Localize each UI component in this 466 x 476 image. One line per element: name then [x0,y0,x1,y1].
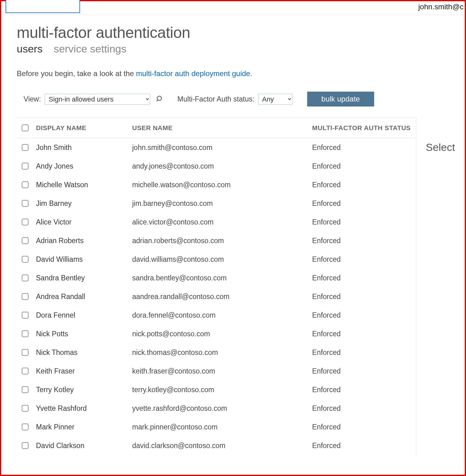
cell-user-name: yvette.rashford@contoso.com [132,404,312,413]
cell-display-name: Yvette Rashford [36,404,132,413]
mfa-status-label: Multi-Factor Auth status: [177,95,254,103]
table-row[interactable]: Adrian Robertsadrian.roberts@contoso.com… [17,231,416,250]
cell-display-name: Nick Potts [36,330,132,338]
cell-user-name: terry.kotley@contoso.com [132,386,312,394]
deployment-guide-link[interactable]: multi-factor auth deployment guide [136,69,250,78]
cell-display-name: David Williams [36,255,132,264]
table-row[interactable]: Nick Pottsnick.potts@contoso.comEnforced [17,324,416,343]
cell-user-name: david.williams@contoso.com [132,255,312,264]
tab-service-settings[interactable]: service settings [54,43,126,55]
row-checkbox[interactable] [22,219,29,225]
table-row[interactable]: Andy Jonesandy.jones@contoso.comEnforced [17,157,416,175]
view-select[interactable]: Sign-in allowed users [45,94,150,105]
cell-user-name: keith.fraser@contoso.com [132,367,312,375]
signed-in-user: john.smith@c [418,2,464,11]
cell-mfa-status: Enforced [312,199,411,208]
col-header-mfa-status[interactable]: MULTI-FACTOR AUTH STATUS [312,124,411,132]
table-row[interactable]: Sandra Bentleysandra.bentley@contoso.com… [17,269,416,287]
cell-mfa-status: Enforced [312,404,411,413]
table-row[interactable]: Andrea Randallaandrea.randall@contoso.co… [17,287,416,306]
cell-user-name: michelle.watson@contoso.com [132,181,312,189]
table-row[interactable]: Michelle Watsonmichelle.watson@contoso.c… [17,175,416,194]
cell-mfa-status: Enforced [312,311,411,320]
row-checkbox[interactable] [22,405,29,412]
bulk-update-button[interactable]: bulk update [307,92,374,107]
cell-mfa-status: Enforced [312,274,411,282]
cell-user-name: nick.potts@contoso.com [132,330,312,338]
select-all-checkbox[interactable] [22,125,29,131]
cell-mfa-status: Enforced [312,237,411,245]
cell-user-name: jim.barney@contoso.com [132,199,312,208]
row-checkbox[interactable] [22,200,29,207]
cell-display-name: Michelle Watson [36,181,132,189]
table-row[interactable]: David Clarksondavid.clarkson@contoso.com… [17,436,416,455]
cell-display-name: Alice Victor [36,218,132,226]
table-row[interactable]: Keith Fraserkeith.fraser@contoso.comEnfo… [17,362,416,380]
row-checkbox[interactable] [22,163,29,170]
cell-mfa-status: Enforced [312,423,411,431]
cell-display-name: David Clarkson [36,442,132,450]
row-checkbox[interactable] [22,293,29,300]
cell-mfa-status: Enforced [312,330,411,338]
cell-display-name: Nick Thomas [36,348,132,357]
cell-mfa-status: Enforced [312,292,411,301]
row-checkbox[interactable] [22,368,29,374]
cell-user-name: adrian.roberts@contoso.com [132,237,312,245]
col-header-display-name[interactable]: DISPLAY NAME [36,124,132,132]
row-checkbox[interactable] [22,181,29,188]
cell-user-name: john.smith@contoso.com [132,143,312,152]
svg-line-1 [156,100,158,101]
table-row[interactable]: Yvette Rashfordyvette.rashford@contoso.c… [17,399,416,418]
row-checkbox[interactable] [22,237,29,244]
row-checkbox[interactable] [22,256,29,263]
cell-display-name: Adrian Roberts [36,237,132,245]
row-checkbox[interactable] [22,274,29,281]
row-checkbox[interactable] [22,442,29,449]
table-row[interactable]: Alice Victoralice.victor@contoso.comEnfo… [17,213,416,231]
cell-display-name: Andrea Randall [36,292,132,301]
mfa-status-select[interactable]: Any [258,94,292,105]
view-label: View: [24,95,41,103]
row-checkbox[interactable] [22,424,29,430]
cell-user-name: sandra.bentley@contoso.com [132,274,312,282]
tab-users[interactable]: users [17,43,43,55]
table-row[interactable]: John Smithjohn.smith@contoso.comEnforced [17,138,416,157]
cell-user-name: mark.pinner@contoso.com [132,423,312,431]
cell-display-name: Dora Fennel [36,311,132,320]
cell-mfa-status: Enforced [312,181,411,189]
page-title: multi-factor authentication [17,24,465,42]
table-row[interactable]: Nick Thomasnick.thomas@contoso.comEnforc… [17,343,416,362]
cell-display-name: Terry Kotley [36,386,132,394]
col-header-user-name[interactable]: USER NAME [132,124,312,132]
cell-user-name: andy.jones@contoso.com [132,162,312,170]
row-checkbox[interactable] [22,330,29,337]
cell-user-name: nick.thomas@contoso.com [132,348,312,357]
table-row[interactable]: Dora Fenneldora.fennel@contoso.comEnforc… [17,306,416,324]
table-row[interactable]: Terry Kotleyterry.kotley@contoso.comEnfo… [17,380,416,399]
cell-display-name: Mark Pinner [36,423,132,431]
cell-display-name: Jim Barney [36,199,132,208]
row-checkbox[interactable] [22,144,29,151]
cell-display-name: Sandra Bentley [36,274,132,282]
cell-mfa-status: Enforced [312,348,411,357]
cell-mfa-status: Enforced [312,162,411,170]
row-checkbox[interactable] [22,312,29,319]
intro-suffix: . [250,69,252,78]
active-tab-frame[interactable] [6,0,80,13]
cell-mfa-status: Enforced [312,367,411,375]
search-icon[interactable] [156,95,164,103]
cell-display-name: Andy Jones [36,162,132,170]
cell-user-name: aandrea.randall@contoso.com [132,292,312,301]
cell-display-name: Keith Fraser [36,367,132,375]
cell-display-name: John Smith [36,143,132,152]
table-row[interactable]: Jim Barneyjim.barney@contoso.comEnforced [17,194,416,213]
cell-mfa-status: Enforced [312,442,411,450]
cell-user-name: alice.victor@contoso.com [132,218,312,226]
row-checkbox[interactable] [22,386,29,393]
cell-mfa-status: Enforced [312,143,411,152]
cell-user-name: david.clarkson@contoso.com [132,442,312,450]
table-row[interactable]: Mark Pinnermark.pinner@contoso.comEnforc… [17,418,416,436]
row-checkbox[interactable] [22,349,29,356]
table-row[interactable]: David Williamsdavid.williams@contoso.com… [17,250,416,269]
table-header-row: DISPLAY NAME USER NAME MULTI-FACTOR AUTH… [17,118,416,138]
